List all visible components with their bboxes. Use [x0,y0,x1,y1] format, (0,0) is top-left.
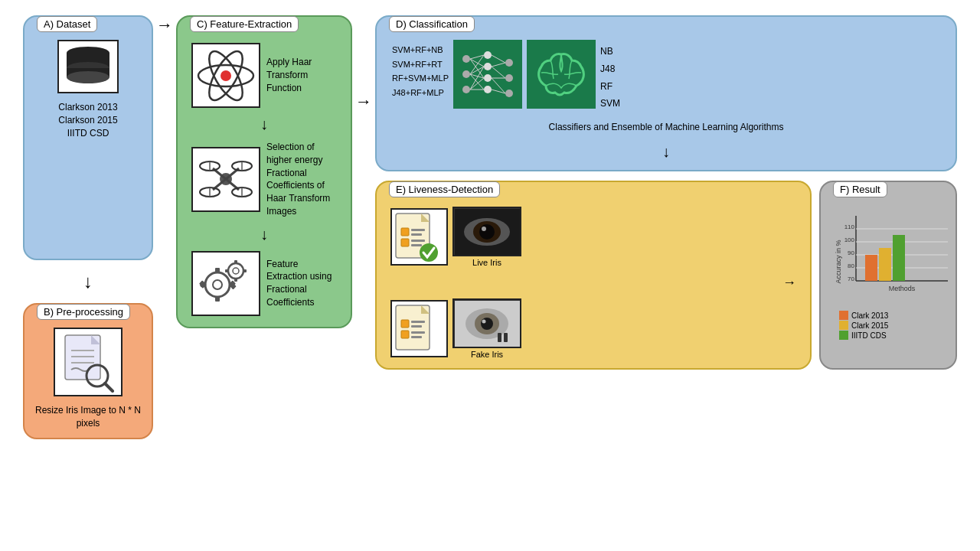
panel-c-title: C) Feature-Extraction [190,16,299,32]
svg-rect-91 [411,331,425,334]
panel-e-title: E) Liveness-Detection [389,181,500,197]
svg-rect-112 [865,255,877,281]
svg-point-83 [479,224,495,240]
diagram: A) Dataset Clarkson 2013 Clarkson 2015 I… [15,8,965,543]
svg-rect-41 [234,260,237,264]
feat-step-2-label: Selection of higher energy Fractional Co… [266,141,337,218]
arrow-c-1: ↓ [185,114,343,135]
fake-label: Fake Iris [471,350,503,359]
svg-rect-92 [411,336,422,338]
arrow-d-to-e: ↓ [384,142,948,162]
dataset-1: Clarkson 2013 [58,101,117,114]
feat-step-1-label: Apply Haar Transform Function [266,56,337,94]
preprocessing-label: Resize Iris Image to N * N pixels [32,404,144,430]
svg-point-54 [505,90,513,97]
atom-icon [191,43,260,108]
svg-text:Methods: Methods [889,285,916,292]
svg-rect-31 [215,268,220,273]
svg-point-45 [462,55,470,63]
svg-rect-44 [225,269,229,272]
svg-rect-77 [411,240,425,242]
svg-rect-114 [893,235,905,281]
svg-line-67 [492,67,505,78]
preprocessing-icon [54,328,122,396]
svg-point-40 [233,268,239,274]
live-doc-icon [390,208,448,266]
svg-rect-90 [411,325,422,328]
svg-rect-78 [411,244,422,246]
brain-icon [527,40,596,109]
panel-e: E) Liveness-Detection [375,181,812,370]
clf-r4: SVM [600,95,620,112]
panel-a: A) Dataset Clarkson 2013 Clarkson 2015 I… [23,15,153,260]
svg-point-97 [482,319,485,323]
feat-step-1: Apply Haar Transform Function [191,43,337,108]
dataset-2: Clarkson 2015 [58,114,117,127]
clf-r1: NB [600,43,620,60]
chart-svg: Accuracy in % 70 80 90 100 110 [833,208,956,308]
panel-d-title: D) Classification [389,16,475,32]
legend: Clark 2013 Clark 2015 IIITD CDS [833,311,943,340]
legend-iiitd-label: IIITD CDS [851,331,887,340]
panel-a-title: A) Dataset [37,16,97,32]
classifiers-left: SVM+RF+NB SVM+RF+RT RF+SVM+MLP J48+RF+ML… [392,43,449,100]
clf-r3: RF [600,78,620,96]
fake-doc-icon [390,300,448,357]
svg-rect-32 [215,296,220,302]
svg-point-29 [205,272,230,297]
panel-f-title: F) Result [833,181,887,197]
clf-4: J48+RF+MLP [392,86,449,100]
svg-point-51 [484,86,492,93]
legend-clark2015: Clark 2015 [839,321,937,330]
clf-1: SVM+RF+NB [392,43,449,57]
dataset-list: Clarkson 2013 Clarkson 2015 IIITD CSD [58,101,117,139]
svg-point-48 [484,51,492,59]
svg-text:70: 70 [848,276,854,282]
panel-c: C) Feature-Extraction Apply Haar Transfo… [176,15,352,328]
svg-text:90: 90 [848,249,854,256]
svg-rect-89 [411,321,425,323]
gears-icon [191,251,260,316]
feat-step-3-label: Feature Extraction using Fractional Coef… [266,258,337,309]
fake-eye-image [452,298,521,348]
svg-rect-42 [234,278,237,282]
right-section: D) Classification SVM+RF+NB SVM+RF+RT RF… [375,15,957,370]
svg-line-66 [492,63,505,67]
feat-step-2: Selection of higher energy Fractional Co… [191,141,337,218]
dataset-3: IIITD CSD [58,127,117,140]
svg-rect-98 [498,333,501,342]
svg-rect-74 [401,239,409,246]
clf-3: RF+SVM+MLP [392,71,449,86]
svg-point-39 [228,263,243,279]
svg-text:100: 100 [844,236,855,243]
svg-rect-43 [243,269,247,272]
svg-line-11 [105,383,113,391]
svg-point-4 [67,71,109,83]
svg-point-49 [484,63,492,70]
classifiers-right: NB J48 RF SVM [600,43,620,112]
legend-clark2015-label: Clark 2015 [851,321,888,330]
svg-rect-99 [504,333,508,342]
live-label: Live Iris [472,258,501,267]
classification-bottom: Classifiers and Ensemble of Machine Lear… [384,119,948,135]
svg-point-30 [213,280,222,289]
svg-point-47 [462,86,470,93]
live-iris-item: Live Iris [390,207,796,267]
arrow-c-2: ↓ [185,224,343,245]
svg-point-53 [505,74,513,82]
panel-b-title: B) Pre-processing [37,304,130,320]
svg-rect-113 [879,248,891,281]
svg-text:Accuracy in %: Accuracy in % [835,240,842,284]
legend-clark2013: Clark 2013 [839,311,937,320]
svg-point-52 [505,59,513,67]
fake-iris-item: Fake Iris [390,298,796,359]
svg-point-46 [462,70,470,78]
svg-point-50 [484,74,492,82]
svg-line-63 [470,78,484,90]
svg-line-65 [492,55,505,63]
svg-text:80: 80 [848,262,854,269]
svg-point-15 [220,70,231,81]
wavelet-icon [191,147,260,212]
live-eye-image [452,207,521,256]
panel-f: F) Result Accuracy in % 70 80 [819,181,957,370]
